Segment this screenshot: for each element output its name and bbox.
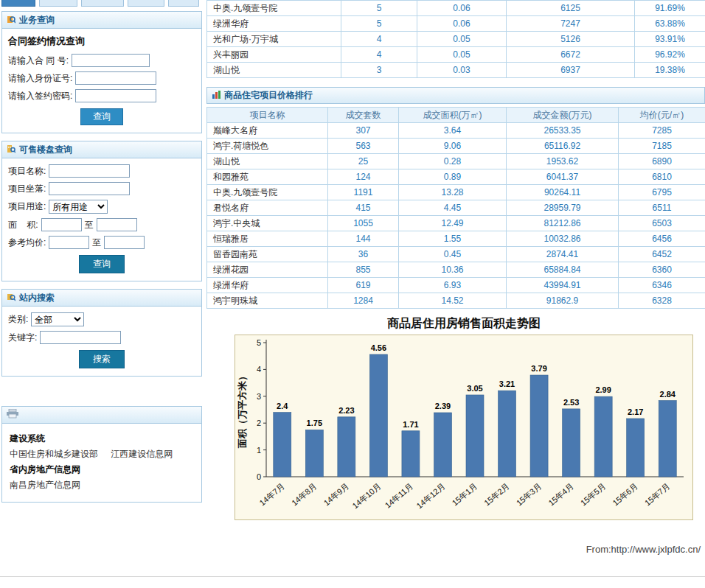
y-axis-label: 面积（万平方米） bbox=[237, 371, 248, 449]
category-select[interactable]: 全部 bbox=[31, 312, 84, 326]
value-cell: 0.06 bbox=[417, 16, 507, 32]
bar bbox=[563, 409, 580, 477]
value-cell: 10032.86 bbox=[507, 231, 619, 247]
bar-value-label: 3.05 bbox=[467, 384, 482, 393]
column-header: 成交面积(万㎡) bbox=[399, 108, 507, 123]
value-cell: 6360 bbox=[619, 262, 705, 278]
keyword-input[interactable] bbox=[40, 331, 121, 344]
project-name-input[interactable] bbox=[49, 164, 130, 178]
x-tick-label: 15年5月 bbox=[579, 481, 608, 507]
printer-icon bbox=[7, 409, 18, 421]
x-tick-label: 15年3月 bbox=[515, 481, 543, 507]
contract-query-title: 合同签约情况查询 bbox=[5, 32, 198, 52]
project-name-cell: 光和广场·万宇城 bbox=[207, 32, 341, 47]
table-row: 兴丰丽园40.05667296.92% bbox=[207, 47, 705, 63]
nav-tab-stub[interactable] bbox=[1, 0, 35, 7]
value-cell: 4 bbox=[341, 32, 417, 47]
project-location-input[interactable] bbox=[49, 182, 130, 195]
bar-value-label: 3.21 bbox=[499, 379, 515, 388]
value-cell: 6.93 bbox=[399, 278, 507, 293]
bar-value-label: 4.56 bbox=[371, 343, 386, 352]
x-tick-label: 14年12月 bbox=[414, 481, 446, 510]
project-name-cell: 兴丰丽园 bbox=[207, 47, 341, 63]
value-cell: 43994.91 bbox=[507, 278, 619, 293]
value-cell: 563 bbox=[328, 139, 399, 154]
project-name-cell: 绿洲花园 bbox=[207, 262, 328, 278]
project-usage-select[interactable]: 所有用途 bbox=[49, 200, 108, 214]
contract-number-input[interactable] bbox=[72, 54, 150, 67]
query-doc-icon bbox=[7, 15, 15, 26]
price-ranking-table: 项目名称成交套数成交面积(万㎡)成交金额(万元)均价(元/㎡) 巅峰大名府307… bbox=[206, 107, 705, 309]
business-query-button[interactable]: 查询 bbox=[80, 108, 123, 125]
value-cell: 19.38% bbox=[635, 63, 705, 78]
link-jx-construction[interactable]: 江西建设信息网 bbox=[111, 449, 173, 459]
bar bbox=[402, 431, 420, 477]
table-row: 绿洲花园85510.3665884.846360 bbox=[207, 262, 705, 278]
price-min-input[interactable] bbox=[49, 236, 89, 249]
bar bbox=[338, 417, 355, 477]
x-tick-label: 14年8月 bbox=[290, 481, 319, 507]
table-row: 恒瑞雅居1441.5510032.866456 bbox=[207, 231, 705, 247]
x-tick-label: 15年1月 bbox=[451, 481, 479, 507]
building-search-icon bbox=[7, 144, 15, 155]
price-ranking-section: 商品住宅项目价格排行 bbox=[206, 87, 705, 104]
link-nanchang-realestate[interactable]: 南昌房地产信息网 bbox=[10, 480, 80, 490]
bar-value-label: 1.75 bbox=[307, 419, 322, 427]
nav-tab-stub[interactable] bbox=[39, 0, 77, 7]
business-query-panel: 业务查询 合同签约情况查询 请输入合 同 号: 请输入身份证号: 请输入签约密码… bbox=[1, 11, 202, 133]
sales-area-chart: 012345面积（万平方米）2.414年7月1.7514年8月2.2314年9月… bbox=[235, 335, 692, 519]
value-cell: 6511 bbox=[619, 200, 705, 216]
project-name-label: 项目名称: bbox=[8, 165, 46, 178]
price-table-body: 巅峰大名府3073.6426533.357285鸿宇.荷塘悦色5639.0665… bbox=[207, 123, 705, 309]
value-cell: 307 bbox=[328, 123, 399, 139]
x-tick-label: 15年4月 bbox=[546, 481, 575, 507]
table-row: 和园雅苑1240.896041.376810 bbox=[207, 169, 705, 185]
listing-query-button[interactable]: 查询 bbox=[79, 255, 125, 273]
value-cell: 0.03 bbox=[417, 63, 507, 78]
table-row: 绿洲华府50.06724763.88% bbox=[207, 16, 705, 32]
business-query-header: 业务查询 bbox=[2, 12, 201, 29]
links-group-title: 省内房地产信息网 bbox=[10, 462, 195, 477]
table-row: 巅峰大名府3073.6426533.357285 bbox=[207, 123, 705, 139]
value-cell: 13.28 bbox=[399, 185, 507, 200]
bar bbox=[274, 413, 291, 477]
site-search-header: 站内搜索 bbox=[2, 290, 201, 307]
keyword-label: 关键字: bbox=[8, 332, 37, 344]
nav-tab-stub[interactable] bbox=[81, 0, 124, 7]
value-cell: 65884.84 bbox=[507, 262, 619, 278]
bar bbox=[466, 395, 484, 477]
bar bbox=[530, 375, 548, 477]
project-name-cell: 恒瑞雅居 bbox=[207, 231, 328, 247]
section-title: 站内搜索 bbox=[19, 292, 55, 304]
sign-password-label: 请输入签约密码: bbox=[8, 90, 72, 102]
price-table-head: 项目名称成交套数成交面积(万㎡)成交金额(万元)均价(元/㎡) bbox=[207, 108, 705, 123]
value-cell: 6503 bbox=[619, 216, 705, 231]
value-cell: 25 bbox=[328, 154, 399, 169]
table-row: 鸿宇.荷塘悦色5639.0665116.927185 bbox=[207, 139, 705, 154]
listing-query-panel: 可售楼盘查询 项目名称: 项目坐落: 项目用途: 所有用途 bbox=[1, 141, 202, 281]
y-tick-label: 0 bbox=[257, 472, 261, 481]
id-number-input[interactable] bbox=[75, 71, 156, 85]
bar-value-label: 2.39 bbox=[435, 402, 451, 410]
area-min-input[interactable] bbox=[41, 218, 82, 231]
column-header: 均价(元/㎡) bbox=[619, 108, 705, 123]
nav-tab-stub[interactable] bbox=[128, 0, 164, 7]
value-cell: 6672 bbox=[507, 47, 635, 63]
x-tick-label: 15年2月 bbox=[482, 481, 511, 507]
value-cell: 93.91% bbox=[635, 32, 705, 47]
value-cell: 7247 bbox=[507, 16, 635, 32]
bar bbox=[659, 401, 676, 477]
value-cell: 619 bbox=[328, 278, 399, 293]
area-max-input[interactable] bbox=[97, 218, 137, 231]
nav-tab-stub[interactable] bbox=[168, 0, 199, 7]
bar bbox=[627, 419, 645, 477]
site-search-button[interactable]: 搜索 bbox=[79, 350, 125, 368]
sign-password-input[interactable] bbox=[75, 89, 156, 102]
table-row: 湖山悦250.281953.626890 bbox=[207, 154, 705, 169]
link-mohurd[interactable]: 中国住房和城乡建设部 bbox=[10, 449, 98, 459]
section-title: 商品住宅项目价格排行 bbox=[224, 89, 313, 102]
value-cell: 63.88% bbox=[635, 16, 705, 32]
value-cell: 6810 bbox=[619, 169, 705, 185]
bar-chart-icon bbox=[212, 90, 220, 101]
price-max-input[interactable] bbox=[104, 236, 145, 249]
